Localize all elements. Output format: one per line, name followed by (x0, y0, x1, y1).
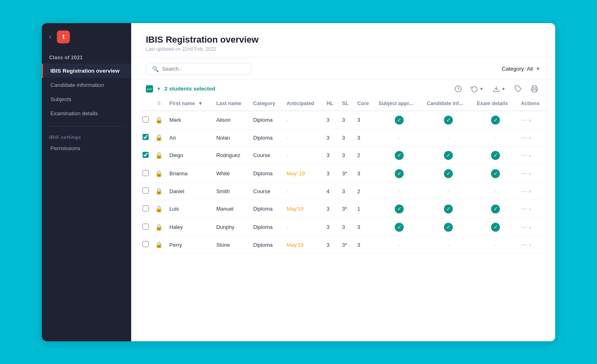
row-more-options[interactable]: ⋯ (521, 223, 528, 231)
row-actions-cell: ⋯ › (518, 111, 547, 129)
row-expand-icon[interactable]: › (529, 170, 531, 177)
check-circle-icon: ✓ (491, 205, 500, 213)
check-circle-icon: ✓ (395, 205, 404, 213)
lock-icon: 🔒 (155, 170, 163, 177)
row-more-options[interactable]: ⋯ (521, 134, 528, 142)
lock-icon: 🔒 (155, 241, 163, 248)
row-checkbox[interactable] (143, 152, 149, 158)
row-anticipated: - (283, 146, 323, 164)
row-category: Diploma (250, 236, 283, 253)
col-anticipated: Anticipated (283, 97, 323, 111)
row-expand-icon[interactable]: › (529, 152, 531, 159)
row-category: Diploma (250, 129, 283, 146)
row-more-options[interactable]: ⋯ (521, 241, 528, 249)
check-circle-icon: ✓ (491, 169, 500, 178)
class-label: Class of 2021 (42, 47, 131, 64)
row-core: 2 (354, 183, 375, 200)
row-checkbox[interactable] (143, 224, 149, 230)
row-more-options[interactable]: ⋯ (521, 151, 528, 159)
check-circle-icon: ✓ (395, 223, 404, 232)
row-firstname: Daniel (166, 183, 213, 200)
dash-value: - (398, 188, 400, 194)
row-checkbox-cell (139, 164, 152, 183)
row-lastname: Stone (213, 236, 250, 253)
download-action-button[interactable]: ▼ (490, 84, 508, 94)
settings-section-label: IBIS settings (42, 132, 131, 141)
students-table: S First name ▼ Last name Category Antici… (139, 97, 547, 254)
download-dropdown-arrow: ▼ (501, 86, 506, 91)
row-more-options[interactable]: ⋯ (521, 170, 528, 177)
print-action-button[interactable] (528, 84, 541, 94)
row-expand-icon[interactable]: › (529, 206, 531, 212)
row-sl: 3 (339, 111, 354, 129)
row-candidate-inf: ✓ (424, 164, 474, 183)
sidebar-item-ibis-registration[interactable]: IBIS Registration overview (42, 64, 131, 78)
lock-icon: 🔒 (155, 205, 163, 212)
sidebar-item-permissions[interactable]: Permissions (42, 141, 131, 155)
lock-icon: 🔒 (155, 187, 163, 194)
clock-action-button[interactable] (452, 84, 464, 94)
row-hl: 4 (323, 183, 339, 200)
row-more-options[interactable]: ⋯ (521, 116, 528, 124)
col-candidate-inf: Candidate inf... (424, 97, 474, 111)
refresh-dropdown-arrow: ▼ (479, 86, 484, 91)
row-checkbox[interactable] (143, 241, 149, 247)
col-actions: Actions (518, 97, 547, 111)
sidebar-item-examination-details[interactable]: Examination details (42, 106, 131, 121)
select-all-checkbox[interactable]: — (146, 85, 153, 93)
row-firstname: Perry (166, 236, 213, 253)
row-expand-icon[interactable]: › (529, 134, 531, 141)
row-checkbox[interactable] (143, 170, 149, 176)
sidebar-item-subjects[interactable]: Subjects (42, 92, 131, 106)
row-more-options[interactable]: ⋯ (521, 187, 528, 195)
col-sl: SL (339, 97, 354, 111)
row-lock-cell: 🔒 (152, 111, 166, 129)
row-category: Course (250, 183, 283, 200)
toolbar: 🔍 Category: All ▼ (131, 57, 555, 80)
anticipated-warning: May'19 (287, 242, 304, 248)
row-exam-details: - (474, 183, 517, 200)
row-checkbox-cell (139, 183, 152, 200)
row-checkbox[interactable] (143, 205, 149, 211)
col-lock: S (152, 97, 166, 111)
row-sl: 3* (339, 200, 354, 218)
row-candidate-inf: ✓ (424, 200, 474, 218)
col-firstname[interactable]: First name ▼ (166, 97, 213, 111)
category-filter[interactable]: Category: All ▼ (502, 66, 541, 72)
row-checkbox[interactable] (143, 134, 149, 140)
tag-action-button[interactable] (512, 84, 524, 94)
row-expand-icon[interactable]: › (529, 241, 531, 248)
row-lastname: White (213, 164, 250, 183)
row-candidate-inf: ✓ (424, 111, 474, 129)
row-more-options[interactable]: ⋯ (521, 205, 528, 213)
row-actions-cell: ⋯ › (518, 236, 547, 253)
row-checkbox-cell (139, 111, 152, 129)
row-core: 1 (354, 200, 375, 218)
search-input[interactable] (162, 66, 245, 72)
col-lastname: Last name (213, 97, 250, 111)
back-button[interactable]: ‹ (48, 32, 53, 41)
row-checkbox-cell (139, 218, 152, 236)
row-expand-icon[interactable]: › (529, 224, 531, 230)
select-dropdown-arrow[interactable]: ▼ (156, 86, 161, 92)
row-expand-icon[interactable]: › (529, 117, 531, 123)
row-exam-details: ✓ (474, 200, 517, 218)
row-actions-cell: ⋯ › (518, 183, 547, 200)
row-candidate-inf: ✓ (424, 146, 474, 164)
row-lastname: Smith (213, 183, 250, 200)
selected-count-label: 2 students selected (164, 86, 215, 92)
check-circle-icon: ✓ (395, 151, 404, 160)
sidebar-item-candidate-information[interactable]: Candidate information (42, 78, 131, 92)
col-exam-details: Exam details (474, 97, 517, 111)
row-expand-icon[interactable]: › (529, 188, 531, 194)
row-actions-cell: ⋯ › (518, 146, 547, 164)
refresh-action-button[interactable]: ▼ (468, 84, 486, 94)
row-candidate-inf: ✓ (424, 218, 474, 236)
lock-icon: 🔒 (155, 116, 163, 123)
row-checkbox[interactable] (143, 116, 149, 123)
page-subtitle: Last updated on 22nd Feb, 2022 (146, 46, 541, 52)
check-circle-icon: ✓ (444, 116, 453, 125)
row-core: 3 (354, 111, 375, 129)
row-checkbox[interactable] (143, 187, 149, 194)
row-firstname: Brianna (166, 164, 213, 183)
